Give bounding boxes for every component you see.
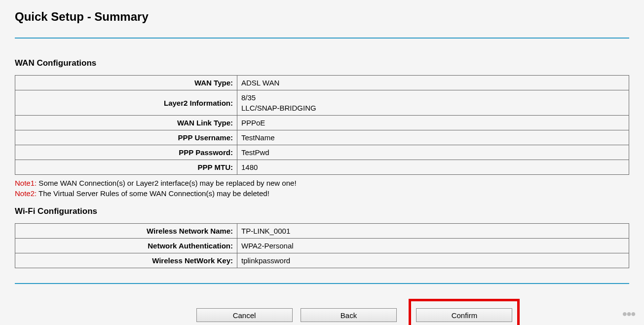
wifi-key-value: tplinkpassword: [237, 253, 629, 268]
wifi-config-heading: Wi-Fi Configurations: [15, 206, 629, 216]
table-row: Wireless Network Name: TP-LINK_0001: [15, 224, 629, 239]
back-button[interactable]: Back: [301, 308, 397, 322]
button-row: Cancel Back Confirm: [15, 299, 629, 325]
title-divider: [15, 38, 629, 39]
wan-link-type-value: PPPoE: [237, 116, 629, 130]
wifi-auth-value: WPA2-Personal: [237, 239, 629, 253]
note-1-text: Some WAN Connection(s) or Layer2 interfa…: [37, 179, 296, 187]
ppp-username-label: PPP Username:: [15, 130, 237, 145]
note-2-text: The Virtual Server Rules of some WAN Con…: [37, 189, 269, 198]
note-2: Note2: The Virtual Server Rules of some …: [15, 189, 629, 198]
table-row: Layer2 Information: 8/35LLC/SNAP-BRIDGIN…: [15, 90, 629, 116]
page-title: Quick Setup - Summary: [15, 10, 629, 24]
wan-link-type-label: WAN Link Type:: [15, 116, 237, 130]
wifi-key-label: Wireless NetWork Key:: [15, 253, 237, 268]
wifi-name-label: Wireless Network Name:: [15, 224, 237, 239]
layer2-value: 8/35LLC/SNAP-BRIDGING: [237, 90, 629, 116]
table-row: Wireless NetWork Key: tplinkpassword: [15, 253, 629, 268]
wan-type-label: WAN Type:: [15, 76, 237, 90]
dots-indicator-icon: ●●●: [622, 309, 635, 319]
note-1: Note1: Some WAN Connection(s) or Layer2 …: [15, 179, 629, 187]
note-2-prefix: Note2:: [15, 189, 37, 198]
cancel-button[interactable]: Cancel: [196, 308, 293, 322]
table-row: PPP MTU: 1480: [15, 160, 629, 175]
ppp-password-label: PPP Password:: [15, 145, 237, 160]
confirm-button[interactable]: Confirm: [416, 308, 512, 322]
table-row: PPP Password: TestPwd: [15, 145, 629, 160]
table-row: WAN Link Type: PPPoE: [15, 116, 629, 130]
table-row: WAN Type: ADSL WAN: [15, 76, 629, 90]
table-row: Network Authentication: WPA2-Personal: [15, 239, 629, 253]
note-1-prefix: Note1:: [15, 179, 37, 187]
ppp-username-value: TestName: [237, 130, 629, 145]
ppp-password-value: TestPwd: [237, 145, 629, 160]
wifi-auth-label: Network Authentication:: [15, 239, 237, 253]
ppp-mtu-label: PPP MTU:: [15, 160, 237, 175]
wan-config-table: WAN Type: ADSL WAN Layer2 Information: 8…: [15, 75, 629, 175]
bottom-divider: [15, 283, 629, 284]
wan-type-value: ADSL WAN: [237, 76, 629, 90]
table-row: PPP Username: TestName: [15, 130, 629, 145]
ppp-mtu-value: 1480: [237, 160, 629, 175]
wifi-config-table: Wireless Network Name: TP-LINK_0001 Netw…: [15, 223, 629, 268]
wifi-name-value: TP-LINK_0001: [237, 224, 629, 239]
confirm-highlight-box: Confirm: [409, 299, 520, 325]
wan-config-heading: WAN Configurations: [15, 58, 629, 68]
layer2-label: Layer2 Information:: [15, 90, 237, 116]
